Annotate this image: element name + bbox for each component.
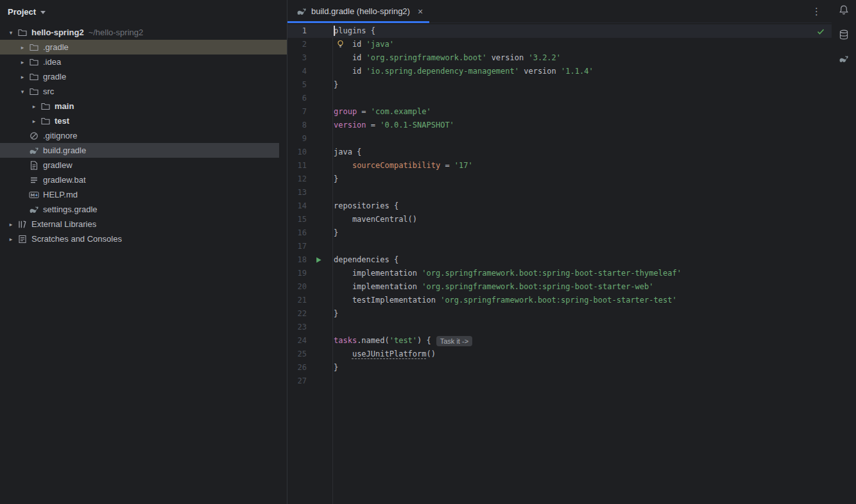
gutter-space [307, 321, 332, 334]
notifications-icon[interactable] [838, 4, 850, 16]
tree-item-idea[interactable]: ▸.idea [0, 55, 287, 69]
code-line[interactable]: 4 id 'io.spring.dependency-management' v… [287, 65, 832, 78]
intention-bulb-icon[interactable] [336, 40, 345, 48]
tree-item-gradlew[interactable]: gradlew [0, 158, 287, 172]
line-number: 16 [287, 226, 307, 240]
code-line[interactable]: 14repositories { [287, 199, 832, 213]
tree-item-help-md[interactable]: HELP.md [0, 187, 287, 202]
line-number: 5 [287, 78, 307, 92]
folder-icon [29, 57, 39, 67]
file-lines-icon [29, 175, 39, 185]
gradle-icon[interactable] [838, 53, 850, 65]
code-line[interactable]: 9 [287, 132, 832, 146]
line-number: 18 [287, 253, 307, 267]
ignore-icon [29, 131, 39, 141]
tree-item-settings-gradle[interactable]: settings.gradle [0, 202, 287, 217]
code-line[interactable]: 19 implementation 'org.springframework.b… [287, 267, 832, 280]
gradle-icon [29, 146, 39, 156]
code-line[interactable]: 15 mavenCentral() [287, 213, 832, 226]
tree-item-external-libraries[interactable]: ▸External Libraries [0, 217, 287, 231]
line-number: 20 [287, 280, 307, 294]
tree-item-hello-spring2[interactable]: ▾hello-spring2~/hello-spring2 [0, 25, 287, 40]
tree-item-build-gradle[interactable]: build.gradle [0, 143, 279, 158]
code-text: group = 'com.example' [332, 105, 431, 119]
code-line[interactable]: 16} [287, 226, 832, 240]
tree-item-label: gradlew [43, 160, 73, 170]
folder-icon [29, 42, 39, 53]
chevron-right-icon[interactable]: ▸ [29, 118, 39, 124]
code-line[interactable]: 23 [287, 321, 832, 334]
line-number: 9 [287, 132, 307, 146]
code-text: repositories { [332, 199, 398, 213]
editor-pane: build.gradle (hello-spring2) 1plugins {2… [287, 0, 832, 504]
code-line[interactable]: 20 implementation 'org.springframework.b… [287, 280, 832, 294]
code-text: } [332, 172, 338, 186]
chevron-down-icon[interactable]: ▾ [17, 88, 28, 95]
inspections-ok-check-icon[interactable] [816, 27, 825, 36]
tree-item-gradle[interactable]: ▸gradle [0, 69, 287, 84]
gutter-space [307, 65, 332, 78]
code-text: tasks.named('test') {Task it -> [332, 334, 472, 348]
gutter-space [307, 92, 332, 105]
code-line[interactable]: 25 useJUnitPlatform() [287, 348, 832, 361]
code-text: } [332, 361, 338, 374]
chevron-right-icon[interactable]: ▸ [6, 221, 16, 228]
code-text [332, 186, 334, 199]
code-line[interactable]: 12} [287, 172, 832, 186]
chevron-down-icon[interactable] [40, 11, 46, 14]
tree-item-label: main [55, 101, 74, 111]
code-line[interactable]: 7group = 'com.example' [287, 105, 832, 119]
line-number: 25 [287, 348, 307, 361]
chevron-right-icon[interactable]: ▸ [6, 236, 16, 242]
code-text: version = '0.0.1-SNAPSHOT' [332, 119, 454, 132]
chevron-right-icon[interactable]: ▸ [17, 44, 28, 51]
tree-item-main[interactable]: ▸main [0, 99, 287, 113]
code-line[interactable]: 8version = '0.0.1-SNAPSHOT' [287, 119, 832, 132]
gutter-space [307, 307, 332, 321]
folder-icon [29, 72, 39, 82]
tree-item-test[interactable]: ▸test [0, 113, 287, 128]
chevron-right-icon[interactable]: ▸ [29, 103, 39, 110]
code-text: } [332, 78, 338, 92]
database-icon[interactable] [838, 29, 850, 40]
code-text: sourceCompatibility = '17' [332, 159, 473, 172]
tree-item-src[interactable]: ▾src [0, 84, 287, 99]
code-line[interactable]: 10java { [287, 146, 832, 159]
code-text: useJUnitPlatform() [332, 348, 436, 361]
tree-item-gradle[interactable]: ▸.gradle [0, 40, 287, 55]
code-line[interactable]: 26} [287, 361, 832, 374]
code-editor[interactable]: 1plugins {2 id 'java'3 id 'org.springfra… [287, 23, 832, 504]
markdown-icon [29, 190, 39, 200]
code-line[interactable]: 6 [287, 92, 832, 105]
line-number: 26 [287, 361, 307, 374]
chevron-right-icon[interactable]: ▸ [17, 74, 28, 80]
tree-item-gradlew-bat[interactable]: gradlew.bat [0, 172, 287, 187]
tree-item-gitignore[interactable]: .gitignore [0, 128, 287, 143]
close-tab-icon[interactable] [418, 7, 423, 16]
code-line[interactable]: 1plugins { [287, 24, 832, 38]
inlay-hint: Task it -> [436, 336, 472, 346]
code-line[interactable]: 11 sourceCompatibility = '17' [287, 159, 832, 172]
more-options-icon[interactable] [812, 6, 821, 17]
code-line[interactable]: 27 [287, 374, 832, 388]
code-line[interactable]: 18dependencies { [287, 253, 832, 267]
code-line[interactable]: 13 [287, 186, 832, 199]
code-line[interactable]: 24tasks.named('test') {Task it -> [287, 334, 832, 348]
line-number: 14 [287, 199, 307, 213]
code-line[interactable]: 3 id 'org.springframework.boot' version … [287, 51, 832, 65]
code-line[interactable]: 22} [287, 307, 832, 321]
run-gutter-icon[interactable] [307, 253, 332, 267]
line-number: 10 [287, 146, 307, 159]
project-panel-header[interactable]: Project [0, 0, 287, 23]
tree-item-label: External Libraries [31, 219, 96, 229]
code-line[interactable]: 2 id 'java' [287, 38, 832, 51]
chevron-right-icon[interactable]: ▸ [17, 59, 28, 65]
tree-item-scratches-and-consoles[interactable]: ▸Scratches and Consoles [0, 231, 287, 246]
line-number: 6 [287, 92, 307, 105]
code-line[interactable]: 21 testImplementation 'org.springframewo… [287, 294, 832, 307]
editor-tab-build-gradle[interactable]: build.gradle (hello-spring2) [287, 0, 429, 22]
code-line[interactable]: 17 [287, 240, 832, 253]
tree-item-path: ~/hello-spring2 [89, 28, 144, 37]
chevron-down-icon[interactable]: ▾ [6, 29, 16, 36]
code-line[interactable]: 5} [287, 78, 832, 92]
